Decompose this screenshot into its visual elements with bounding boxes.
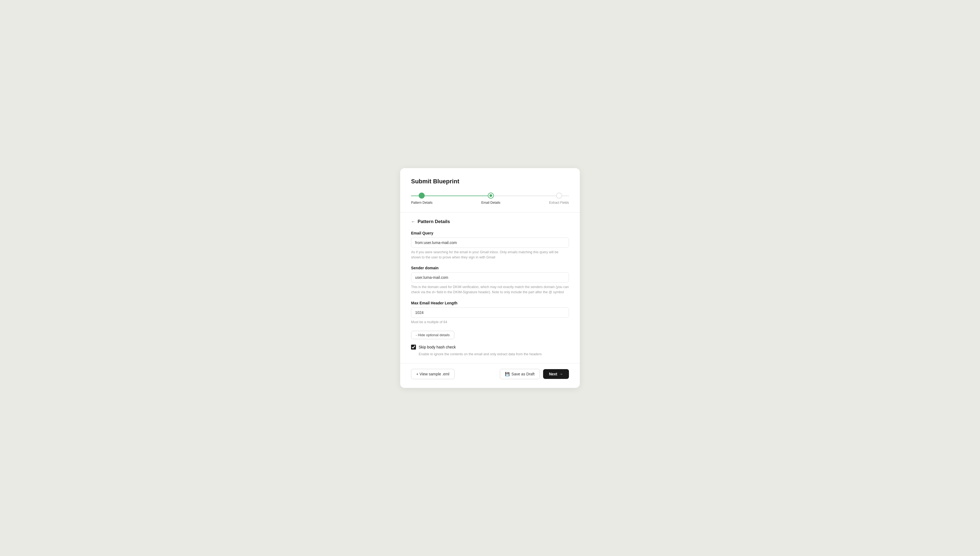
step-label-3: Extract Fields	[549, 201, 569, 205]
stepper-step-email-details: Email Details	[481, 192, 501, 205]
hide-optional-details-button[interactable]: - Hide optional details	[411, 331, 454, 339]
back-arrow-icon[interactable]: ←	[411, 219, 415, 224]
section-title: Pattern Details	[418, 219, 450, 225]
skip-body-hash-label: Skip body hash check	[419, 345, 456, 349]
save-draft-icon: 💾	[505, 372, 510, 376]
save-draft-label: Save as Draft	[512, 372, 535, 376]
sender-domain-input[interactable]	[411, 272, 569, 283]
email-query-hint: As if you were searching for the email i…	[411, 250, 569, 260]
email-query-field-group: Email Query As if you were searching for…	[411, 231, 569, 260]
skip-body-hash-row: Skip body hash check	[411, 345, 569, 349]
sender-domain-hint: This is the domain used for DKIM verific…	[411, 284, 569, 295]
next-label: Next	[549, 372, 557, 376]
view-sample-label: + View sample .eml	[416, 372, 449, 376]
step-label-1: Pattern Details	[411, 201, 432, 205]
modal-title: Submit Blueprint	[411, 178, 569, 185]
stepper-steps: Pattern Details Email Details Extract Fi…	[411, 192, 569, 205]
max-header-length-input[interactable]	[411, 307, 569, 318]
skip-body-hash-checkbox[interactable]	[411, 345, 416, 349]
sender-domain-label: Sender domain	[411, 266, 569, 270]
email-query-input[interactable]	[411, 238, 569, 248]
step-label-2: Email Details	[481, 201, 501, 205]
page-background: Submit Blueprint Pattern Details Email D…	[0, 0, 980, 556]
step-dot-1	[419, 192, 425, 199]
save-draft-button[interactable]: 💾 Save as Draft	[500, 369, 540, 379]
skip-body-hash-section: Skip body hash check Enable to ignore th…	[411, 345, 569, 357]
bottom-divider	[400, 363, 580, 364]
section-header: ← Pattern Details	[411, 219, 569, 225]
footer-right-actions: 💾 Save as Draft Next →	[500, 369, 569, 379]
step-dot-3	[556, 192, 562, 199]
stepper-step-extract-fields: Extract Fields	[549, 192, 569, 205]
modal-footer: + View sample .eml 💾 Save as Draft Next …	[411, 369, 569, 379]
next-button[interactable]: Next →	[543, 369, 569, 379]
sender-domain-field-group: Sender domain This is the domain used fo…	[411, 266, 569, 295]
skip-body-hash-hint: Enable to ignore the contents on the ema…	[419, 352, 569, 357]
hide-optional-details-label: - Hide optional details	[416, 333, 450, 337]
max-header-length-field-group: Max Email Header Length Must be a multip…	[411, 301, 569, 325]
next-arrow-icon: →	[559, 372, 563, 376]
max-header-length-label: Max Email Header Length	[411, 301, 569, 305]
step-dot-2	[488, 192, 494, 199]
max-header-length-hint: Must be a multiple of 64	[411, 320, 569, 325]
modal-card: Submit Blueprint Pattern Details Email D…	[400, 168, 580, 388]
email-query-label: Email Query	[411, 231, 569, 235]
view-sample-button[interactable]: + View sample .eml	[411, 369, 455, 379]
stepper: Pattern Details Email Details Extract Fi…	[411, 192, 569, 205]
stepper-step-pattern-details: Pattern Details	[411, 192, 432, 205]
